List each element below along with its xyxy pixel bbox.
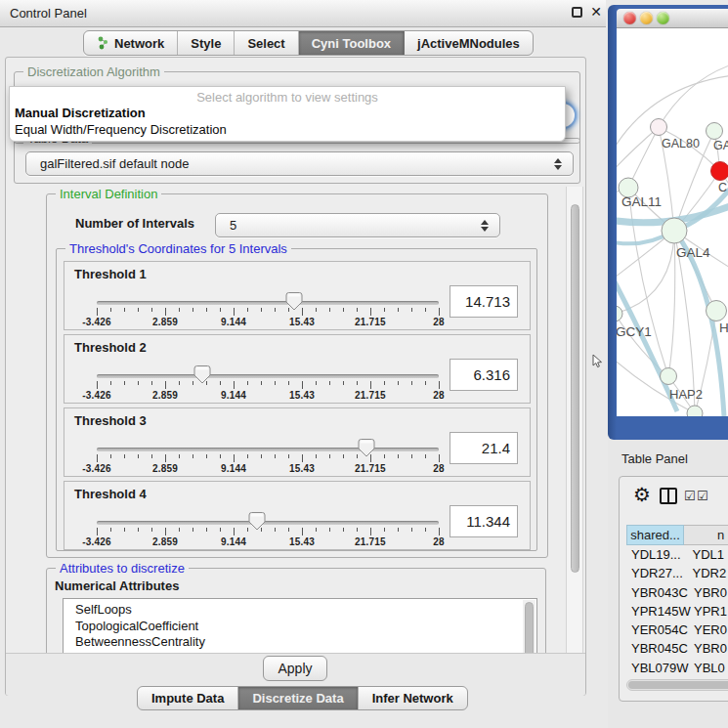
table-data-value: galFiltered.sif default node <box>40 156 189 171</box>
tab-style[interactable]: Style <box>178 31 235 55</box>
table-row[interactable]: YDL19...YDL1 <box>626 545 728 564</box>
close-traffic-light-icon[interactable] <box>623 12 636 24</box>
checkbox-icon[interactable]: ☑ <box>684 491 696 501</box>
tab-network[interactable]: Network <box>84 31 178 55</box>
slider-ticks <box>97 454 439 463</box>
algorithm-dropdown-popup: Select algorithm to view settings Manual… <box>9 86 566 142</box>
tab-select[interactable]: Select <box>235 31 298 55</box>
numerical-attributes-list[interactable]: SelfLoopsTopologicalCoefficientBetweenne… <box>63 598 537 653</box>
tab-cyni-toolbox[interactable]: Cyni Toolbox <box>299 31 405 55</box>
panel-scrollbar[interactable] <box>566 187 583 653</box>
network-node[interactable] <box>707 301 727 321</box>
float-window-icon[interactable] <box>572 7 582 18</box>
table-hscrollbar[interactable] <box>626 679 728 691</box>
tab-discretize-data[interactable]: Discretize Data <box>238 687 358 709</box>
tab-jactivemnodules[interactable]: jActiveMNodules <box>405 31 533 55</box>
network-window-titlebar <box>617 9 728 28</box>
threshold-label: Threshold 2 <box>74 340 147 355</box>
table-row[interactable]: YBR043CYBR0 <box>626 583 728 602</box>
minimize-traffic-light-icon[interactable] <box>640 12 653 24</box>
network-node[interactable] <box>662 218 687 243</box>
number-of-intervals-select[interactable]: 5 <box>215 213 500 237</box>
table-cell: YBL079W <box>626 659 686 677</box>
list-item[interactable]: BetweennessCentrality <box>64 634 536 651</box>
axis-tick-label: 21.715 <box>343 463 398 474</box>
axis-tick-label: 2.859 <box>138 317 193 327</box>
table-row[interactable]: YDR27...YDR2 <box>626 564 728 582</box>
table-row[interactable]: YER054CYER0 <box>626 621 728 639</box>
tab-label: Network <box>114 36 164 51</box>
column-header[interactable]: n <box>684 525 728 545</box>
table-cell: YDR27... <box>626 564 684 582</box>
table-row[interactable]: YPR145WYPR1 <box>626 602 728 621</box>
tab-label: Infer Network <box>372 691 453 706</box>
node-label: GA <box>713 139 728 152</box>
network-node[interactable] <box>651 119 667 136</box>
node-label: HAP2 <box>669 387 703 402</box>
table-data-group: Table Data galFiltered.sif default node <box>14 138 580 184</box>
table-row[interactable]: YBR045CYBR0 <box>626 639 728 658</box>
threshold-value-field[interactable]: 21.4 <box>450 432 518 464</box>
columns-icon[interactable] <box>660 488 677 504</box>
table-cell: YPR145W <box>626 602 686 621</box>
axis-tick-label: -3.426 <box>69 317 124 327</box>
slider-track[interactable] <box>97 521 439 525</box>
axis-tick-label: 21.715 <box>343 317 398 327</box>
slider-track[interactable] <box>97 301 439 305</box>
axis-tick-label: -3.426 <box>69 536 124 547</box>
axis-tick-label: 15.43 <box>275 536 329 547</box>
tab-infer-network[interactable]: Infer Network <box>359 687 467 709</box>
control-panel-title: Control Panel <box>10 6 87 21</box>
checkbox-icon[interactable]: ☑ <box>697 491 708 501</box>
control-panel-titlebar: Control Panel ✕ <box>0 0 606 27</box>
threshold-label: Threshold 3 <box>74 413 147 428</box>
table-row[interactable]: YIL052CYIL0 <box>626 696 728 702</box>
list-scrollbar[interactable] <box>523 600 535 653</box>
network-icon <box>97 36 109 50</box>
dropdown-option[interactable]: Manual Discretization <box>15 106 146 120</box>
slider-ticks <box>97 381 439 390</box>
gear-icon[interactable]: ⚙ <box>633 483 651 506</box>
slider-track[interactable] <box>97 374 439 378</box>
threshold-label: Threshold 1 <box>74 267 147 281</box>
scrollbar-thumb[interactable] <box>571 204 579 573</box>
axis-tick-label: 28 <box>411 390 466 401</box>
node-table[interactable]: shared...nYDL19...YDL1YDR27...YDR2YBR043… <box>626 525 728 702</box>
threshold-row: Threshold 3-3.4262.8599.14415.4321.71528… <box>64 407 531 477</box>
slider-ticks <box>97 528 439 536</box>
axis-tick-label: -3.426 <box>69 390 124 401</box>
axis-tick-label: 21.715 <box>343 536 398 547</box>
spinner-arrows-icon <box>481 220 489 232</box>
threshold-value-field[interactable]: 6.316 <box>450 359 518 391</box>
thresholds-group: Threshold's Coordinates for 5 Intervals … <box>56 248 537 551</box>
network-node[interactable] <box>711 162 728 181</box>
apply-button[interactable]: Apply <box>263 656 327 681</box>
table-row[interactable]: YBL079WYBL0 <box>626 659 728 677</box>
table-data-select[interactable]: galFiltered.sif default node <box>25 151 574 176</box>
threshold-value-field[interactable]: 14.713 <box>450 285 518 318</box>
list-item[interactable]: SelfLoops <box>64 602 536 619</box>
settings-scroll-area: Interval Definition Number of Intervals … <box>6 187 571 653</box>
node-label: C <box>718 181 727 194</box>
network-node[interactable] <box>617 306 622 321</box>
table-cell: YBR0 <box>686 639 728 658</box>
node-label: GCY1 <box>617 324 652 339</box>
network-canvas[interactable]: GAL80GACGAL11GAL4GCY1HHAP2 <box>617 28 728 416</box>
close-icon[interactable]: ✕ <box>590 4 602 20</box>
network-node[interactable] <box>661 368 677 385</box>
slider-track[interactable] <box>97 448 439 451</box>
scrollbar-thumb[interactable] <box>628 681 728 689</box>
table-cell: YIL052C <box>626 696 684 702</box>
group-title: Threshold's Coordinates for 5 Intervals <box>65 241 291 256</box>
dropdown-option[interactable]: Equal Width/Frequency Discretization <box>15 122 227 137</box>
column-header[interactable]: shared... <box>626 525 684 545</box>
group-title: Interval Definition <box>56 187 161 201</box>
threshold-value-field[interactable]: 11.344 <box>450 505 518 537</box>
table-cell: YDL1 <box>684 545 728 564</box>
list-item[interactable]: TopologicalCoefficient <box>64 619 536 635</box>
tab-impute-data[interactable]: Impute Data <box>138 687 238 709</box>
zoom-traffic-light-icon[interactable] <box>657 12 669 24</box>
network-node[interactable] <box>707 123 723 140</box>
dropdown-placeholder: Select algorithm to view settings <box>10 90 565 105</box>
network-node[interactable] <box>687 406 703 416</box>
